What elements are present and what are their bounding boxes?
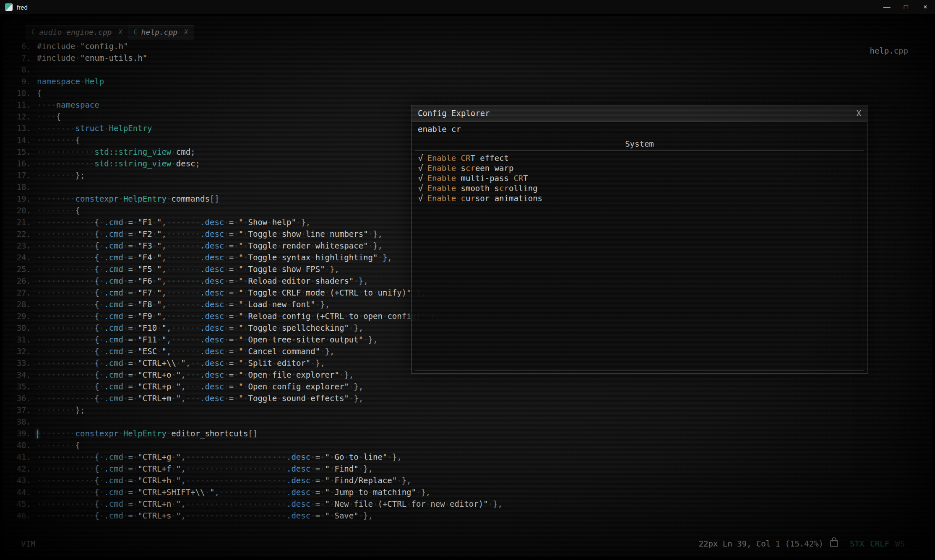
vim-mode-indicator: VIM: [21, 539, 35, 548]
code-line-46[interactable]: 46.············{·.cmd·=·"CTRL+s·",······…: [11, 510, 503, 521]
code-line-38[interactable]: 38.: [11, 416, 503, 428]
option-label-text: multi-pass: [456, 174, 513, 183]
status-info: 22px Ln 39, Col 1 (15.42%): [699, 539, 823, 548]
line-number: 40.: [11, 439, 31, 451]
line-number: 9.: [11, 75, 31, 87]
active-filename-overlay: help.cpp: [870, 46, 908, 55]
line-number: 20.: [11, 205, 31, 216]
code-line-36[interactable]: 36.············{·.cmd·=·"CTRL+m·",···.de…: [11, 392, 503, 404]
status-flag-crlf: CRLF: [870, 539, 889, 548]
line-number: 29.: [11, 310, 31, 322]
window-controls: — □ ×: [877, 0, 935, 14]
code-line-39[interactable]: 39.········constexpr·HelpEntry·editor_sh…: [11, 428, 503, 439]
option-label-text: s: [456, 163, 466, 173]
tab-close-icon[interactable]: X: [184, 29, 188, 36]
config-option[interactable]: √Enable CRT effect: [418, 153, 861, 163]
option-label-text: olling: [509, 184, 538, 193]
checkbox-checked-icon[interactable]: √: [418, 184, 423, 193]
line-number: 34.: [11, 369, 31, 381]
line-number: 33.: [11, 357, 31, 369]
tab-help.cpp[interactable]: Chelp.cppX: [128, 25, 194, 39]
option-label-text: [456, 153, 461, 163]
line-number: 13.: [11, 122, 31, 134]
line-number: 38.: [11, 416, 31, 428]
line-number: 17.: [11, 169, 31, 181]
close-icon[interactable]: X: [857, 109, 861, 118]
maximize-button[interactable]: □: [896, 0, 916, 14]
code-line-37[interactable]: 37.········};: [11, 404, 503, 416]
checkbox-checked-icon[interactable]: √: [418, 163, 423, 173]
match-highlight: cr: [499, 184, 509, 193]
code-line-8[interactable]: 8.: [11, 64, 503, 75]
config-option[interactable]: √Enable cursor animations: [418, 193, 861, 203]
checkbox-checked-icon[interactable]: √: [418, 174, 423, 183]
code-line-10[interactable]: 10.{: [11, 87, 503, 99]
status-bar: VIM 22px Ln 39, Col 1 (15.42%) STXCRLFWS: [3, 539, 932, 552]
line-number: 15.: [11, 146, 31, 158]
line-number: 16.: [11, 158, 31, 169]
match-highlight: CR: [461, 153, 471, 163]
line-number: 46.: [11, 510, 31, 521]
config-search-row: [412, 122, 867, 137]
tab-bar: Caudio-engine.cppXChelp.cppX: [26, 25, 194, 39]
line-number: 22.: [11, 228, 31, 240]
line-number: 18.: [11, 181, 31, 193]
code-line-9[interactable]: 9.namespace·Help: [11, 75, 503, 87]
match-highlight: c: [461, 194, 466, 203]
config-option[interactable]: √Enable screen warp: [418, 163, 861, 173]
line-number: 6.: [11, 40, 31, 52]
status-flag-stx: STX: [850, 539, 864, 548]
code-line-43[interactable]: 43.············{·.cmd·=·"CTRL+h·",······…: [11, 474, 503, 486]
option-label-text: T effect: [470, 153, 509, 163]
code-line-6[interactable]: 6.#include·"config.h": [11, 40, 503, 52]
config-search-input[interactable]: [414, 124, 865, 134]
line-number: 7.: [11, 52, 31, 64]
line-number: 21.: [11, 216, 31, 228]
line-number: 27.: [11, 287, 31, 298]
code-line-42[interactable]: 42.············{·.cmd·=·"CTRL+f·",······…: [11, 463, 503, 474]
config-option[interactable]: √Enable multi-pass CRT: [418, 173, 861, 183]
match-highlight: r: [470, 194, 475, 203]
status-right-group: 22px Ln 39, Col 1 (15.42%) STXCRLFWS: [699, 539, 905, 548]
minimize-button[interactable]: —: [877, 0, 896, 14]
line-number: 41.: [11, 451, 31, 463]
line-number: 42.: [11, 463, 31, 474]
app-icon: [5, 3, 13, 11]
tab-label: audio-engine.cpp: [39, 28, 112, 36]
cpp-file-icon: C: [31, 29, 35, 36]
code-line-41[interactable]: 41.············{·.cmd·=·"CTRL+g·",······…: [11, 451, 503, 463]
line-number: 44.: [11, 486, 31, 498]
tab-close-icon[interactable]: X: [118, 29, 122, 36]
option-label-text: een warp: [475, 163, 514, 173]
checkbox-checked-icon[interactable]: √: [418, 153, 423, 163]
close-button[interactable]: ×: [916, 0, 935, 14]
crt-screen: Caudio-engine.cppXChelp.cppX help.cpp 6.…: [0, 14, 935, 560]
config-explorer-header: Config Explorer X: [412, 105, 867, 122]
config-option[interactable]: √Enable smooth scrolling: [418, 183, 861, 193]
line-number: 36.: [11, 392, 31, 404]
option-label-text: T: [523, 174, 528, 183]
code-line-45[interactable]: 45.············{·.cmd·=·"CTRL+n·",······…: [11, 498, 503, 510]
cpp-file-icon: C: [133, 29, 137, 36]
line-number: 39.: [11, 428, 31, 439]
config-explorer-title: Config Explorer: [418, 109, 857, 118]
match-highlight: cr: [466, 163, 475, 173]
code-line-44[interactable]: 44.············{·.cmd·=·"CTRL+SHIFT+\\·"…: [11, 486, 503, 498]
line-number: 12.: [11, 111, 31, 122]
code-line-7[interactable]: 7.#include·"enum-utils.h": [11, 52, 503, 64]
line-number: 26.: [11, 275, 31, 287]
crt-content: Caudio-engine.cppXChelp.cppX help.cpp 6.…: [3, 16, 932, 557]
checkbox-checked-icon[interactable]: √: [418, 194, 423, 203]
line-number: 25.: [11, 263, 31, 275]
line-number: 8.: [11, 64, 31, 75]
code-line-35[interactable]: 35.············{·.cmd·=·"CTRL+p·",···.de…: [11, 381, 503, 392]
line-number: 11.: [11, 99, 31, 111]
option-label-text: sor animations: [475, 194, 542, 203]
tab-audio-engine.cpp[interactable]: Caudio-engine.cppX: [26, 25, 128, 39]
line-number: 43.: [11, 474, 31, 486]
app-window: fred — □ × Caudio-engine.cppXChelp.cppX …: [0, 0, 935, 560]
window-title: fred: [17, 4, 28, 11]
status-flag-ws: WS: [895, 539, 905, 548]
line-number: 10.: [11, 87, 31, 99]
code-line-40[interactable]: 40.········{: [11, 439, 503, 451]
